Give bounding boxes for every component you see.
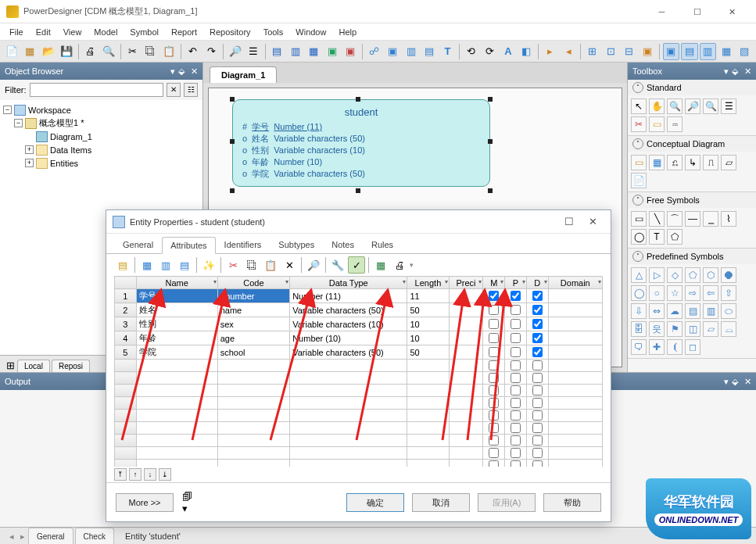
status-tab-general[interactable]: General (28, 528, 73, 544)
polygon-icon[interactable]: ⬠ (667, 229, 683, 245)
panel-pin-icon[interactable]: ⬙ (732, 66, 738, 77)
dt-tool1-icon[interactable]: 🔧 (329, 256, 346, 274)
tab-rules[interactable]: Rules (363, 236, 402, 253)
grab-icon[interactable]: ✋ (649, 98, 665, 114)
tb-m[interactable]: ▸ (542, 43, 558, 60)
paste-icon[interactable]: 📋 (161, 43, 177, 60)
hexagon-icon[interactable]: ⬡ (703, 267, 718, 283)
dialog-title-bar[interactable]: Entity Properties - student (student) ☐ … (106, 210, 611, 234)
tape-icon[interactable]: ⌓ (721, 321, 736, 337)
entity-symbol[interactable]: student # 学号 Number (11)o 姓名 Variable ch… (232, 99, 490, 187)
line2-icon[interactable]: — (685, 211, 700, 227)
tb-letter-a-icon[interactable]: A (500, 43, 516, 60)
menu-file[interactable]: File (3, 26, 30, 38)
line3-icon[interactable]: ⎯ (703, 211, 718, 227)
close-button[interactable]: ✕ (715, 1, 750, 23)
entity-icon[interactable]: ▭ (631, 155, 647, 170)
tb-n[interactable]: ◂ (560, 43, 576, 60)
tab-general[interactable]: General (114, 236, 162, 253)
callout-icon[interactable]: 🗨 (631, 339, 647, 355)
dt-delete-icon[interactable]: ✕ (281, 256, 298, 274)
filter-opts-icon[interactable]: ☷ (184, 83, 198, 97)
note-icon[interactable]: ▭ (649, 116, 665, 132)
section-toggle[interactable]: ˄ (632, 138, 643, 149)
tb-p[interactable]: ⊡ (602, 43, 618, 60)
tb-b[interactable]: ▥ (287, 43, 303, 60)
tab-scroll-right-icon[interactable]: ▸ (17, 528, 28, 544)
arrow-d-icon[interactable]: ⇩ (631, 303, 647, 319)
cloud-icon[interactable]: ☁ (667, 303, 683, 319)
circle-icon[interactable]: ○ (649, 285, 665, 301)
actor-icon[interactable]: 웃 (649, 321, 665, 337)
tab-notes[interactable]: Notes (323, 236, 363, 253)
panel-pin-icon[interactable]: ⬙ (178, 66, 185, 77)
dt-excel-icon[interactable]: ▦ (372, 256, 389, 274)
menu-tools[interactable]: Tools (257, 26, 290, 38)
panel-menu-icon[interactable]: ▾ (724, 66, 729, 77)
dt-tool2-icon[interactable]: ✓ (348, 256, 365, 274)
ok-button[interactable]: 确定 (346, 493, 404, 512)
db-icon[interactable]: 🗄 (631, 321, 647, 337)
tb-e[interactable]: ▣ (342, 43, 359, 60)
tb-q[interactable]: ⊟ (621, 43, 637, 60)
triangle-icon[interactable]: △ (631, 267, 647, 283)
redo-icon[interactable]: ↷ (202, 43, 219, 60)
zoom-out-icon[interactable]: 🔎 (685, 98, 700, 114)
doc-icon[interactable]: ▤ (685, 303, 700, 319)
tab-identifiers[interactable]: Identifiers (216, 236, 271, 253)
inherit-icon[interactable]: ↳ (685, 155, 700, 170)
panel-pin-icon[interactable]: ⬙ (732, 377, 738, 387)
ellipse2-icon[interactable]: ◯ (631, 285, 647, 301)
assoc-icon[interactable]: ⎌ (667, 155, 683, 170)
tb-g[interactable]: ▣ (384, 43, 400, 60)
zoom-in-icon[interactable]: 🔍 (667, 98, 683, 114)
panel-close-icon[interactable]: ✕ (744, 66, 751, 77)
tab-local[interactable]: Local (17, 360, 50, 372)
tb-t[interactable]: ▧ (736, 43, 752, 60)
new-model-icon[interactable]: ▦ (21, 43, 38, 60)
row-down-icon[interactable]: ↓ (144, 468, 156, 481)
dt-cut-icon[interactable]: ✂ (224, 256, 242, 274)
print-icon[interactable]: 🖨 (82, 43, 99, 60)
maximize-button[interactable]: ☐ (679, 1, 715, 23)
dt-paste-icon[interactable]: 📋 (262, 256, 279, 274)
menu-help[interactable]: Help (332, 26, 363, 38)
status-tab-check[interactable]: Check (75, 528, 114, 544)
props-icon[interactable]: ☰ (245, 43, 261, 60)
save-icon[interactable]: 💾 (58, 43, 74, 60)
menu-window[interactable]: Window (289, 26, 332, 38)
tb-h[interactable]: ▥ (403, 43, 419, 60)
line-icon[interactable]: ╲ (649, 211, 665, 227)
plus-icon[interactable]: ◻ (685, 339, 700, 355)
tb-l[interactable]: ◧ (518, 43, 535, 60)
tb-tog1[interactable]: ▣ (663, 43, 679, 60)
apply-button[interactable]: 应用(A) (478, 493, 536, 512)
assoc2-icon[interactable]: ⎍ (703, 155, 718, 170)
panel-close-icon[interactable]: ✕ (191, 66, 198, 77)
pointer-icon[interactable]: ↖ (631, 98, 647, 114)
arrow-r-icon[interactable]: ⇨ (685, 285, 700, 301)
help-button[interactable]: 帮助 (543, 493, 601, 512)
cancel-button[interactable]: 取消 (412, 493, 470, 512)
menu-icon[interactable]: 🗐 ▾ (181, 494, 199, 511)
tb-j[interactable]: ⟲ (463, 43, 479, 60)
tree-toggle[interactable]: − (14, 119, 23, 127)
arrow-u-icon[interactable]: ⇧ (721, 285, 736, 301)
triangle2-icon[interactable]: ▷ (649, 267, 665, 283)
tb-text-icon[interactable]: T (439, 43, 456, 60)
panel-menu-icon[interactable]: ▾ (724, 377, 729, 387)
undo-icon[interactable]: ↶ (185, 43, 201, 60)
filter-input[interactable] (30, 83, 164, 97)
tree-toggle[interactable]: + (25, 145, 34, 154)
ellipse-icon[interactable]: ◯ (631, 229, 647, 245)
link-icon[interactable]: ⎓ (667, 116, 683, 132)
arrow-l-icon[interactable]: ⇦ (703, 285, 718, 301)
menu-report[interactable]: Report (165, 26, 203, 38)
dialog-close-button[interactable]: ✕ (581, 216, 604, 227)
cylinder-icon[interactable]: ⬭ (721, 303, 736, 319)
tb-tog3[interactable]: ▥ (700, 43, 716, 60)
panel-close-icon[interactable]: ✕ (744, 377, 751, 387)
attributes-grid[interactable]: Name▾Code▾Data Type▾Length▾Preci▾M▾P▾D▾D… (114, 276, 603, 467)
section-toggle[interactable]: ˄ (632, 195, 643, 206)
relationship-icon[interactable]: ▦ (649, 155, 665, 170)
